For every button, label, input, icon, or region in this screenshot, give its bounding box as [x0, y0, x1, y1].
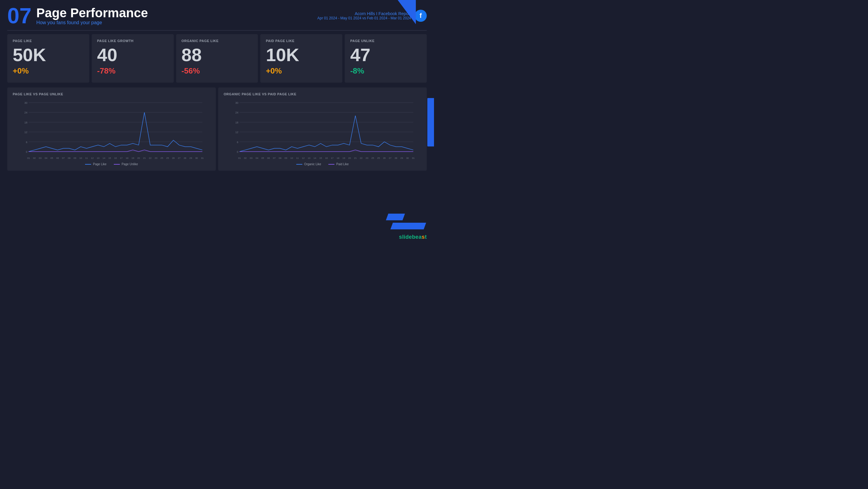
legend-page-like: Page Like	[85, 162, 106, 166]
legend-label-paid: Paid Like	[336, 162, 349, 166]
svg-text:16: 16	[114, 157, 117, 159]
metrics-row: PAGE LIKE 50K +0% PAGE LIKE GROWTH 40 -7…	[0, 34, 434, 83]
svg-text:17: 17	[120, 157, 123, 159]
metric-value-0: 50K	[13, 45, 84, 65]
legend-line-page-like	[85, 164, 91, 164]
svg-text:22: 22	[149, 157, 152, 159]
svg-text:03: 03	[250, 157, 252, 159]
svg-text:08: 08	[279, 157, 281, 159]
metric-label-3: PAID PAGE LIKE	[266, 39, 337, 43]
svg-text:12: 12	[91, 157, 94, 159]
chart-area-1: 0612182430 01020304050607080910111213141…	[13, 99, 210, 160]
svg-text:15: 15	[319, 157, 322, 159]
svg-text:28: 28	[184, 157, 186, 159]
svg-text:07: 07	[273, 157, 276, 159]
svg-text:0: 0	[26, 150, 27, 153]
page-number: 07	[7, 5, 31, 27]
chart-title-2: ORGANIC PAGE LIKE VS PAID PAGE LIKE	[224, 92, 421, 96]
svg-text:16: 16	[325, 157, 328, 159]
svg-text:27: 27	[389, 157, 392, 159]
svg-text:01: 01	[238, 157, 241, 159]
svg-text:14: 14	[314, 157, 316, 159]
svg-text:31: 31	[201, 157, 204, 159]
svg-text:07: 07	[62, 157, 65, 159]
metric-card-4: PAGE UNLIKE 47 -8%	[345, 34, 427, 83]
metric-change-4: -8%	[350, 66, 421, 75]
svg-text:14: 14	[102, 157, 105, 159]
svg-text:21: 21	[354, 157, 357, 159]
legend-line-page-unlike	[114, 164, 120, 164]
legend-page-unlike: Page Unlike	[114, 162, 138, 166]
metric-label-0: PAGE LIKE	[13, 39, 84, 43]
header: 07 Page Performance How you fans found y…	[0, 0, 434, 30]
svg-text:27: 27	[178, 157, 181, 159]
svg-text:6: 6	[237, 141, 238, 144]
metric-change-3: +0%	[266, 66, 337, 75]
legend-organic-like: Organic Like	[296, 162, 321, 166]
date-range: Apr 01 2024 - May 01 2024 vs Feb 01 2024…	[317, 16, 411, 20]
divider	[7, 30, 427, 31]
metric-value-1: 40	[97, 45, 168, 65]
svg-text:06: 06	[56, 157, 59, 159]
metric-change-1: -78%	[97, 66, 168, 75]
header-left: 07 Page Performance How you fans found y…	[7, 5, 148, 27]
chart-page-like-vs-unlike: PAGE LIKE VS PAGE UNLIKE 0612182430 0102…	[7, 87, 216, 171]
svg-text:11: 11	[85, 157, 88, 159]
chart-area-2: 0612182430 01020304050607080910111213141…	[224, 99, 421, 160]
svg-text:18: 18	[337, 157, 339, 159]
legend-label-organic: Organic Like	[304, 162, 321, 166]
svg-text:18: 18	[24, 121, 27, 124]
metric-card-3: PAID PAGE LIKE 10K +0%	[260, 34, 342, 83]
svg-text:29: 29	[400, 157, 403, 159]
svg-text:20: 20	[348, 157, 351, 159]
right-accent-bar	[427, 98, 434, 147]
svg-text:01: 01	[27, 157, 30, 159]
svg-text:26: 26	[172, 157, 175, 159]
svg-text:31: 31	[412, 157, 415, 159]
svg-text:12: 12	[24, 131, 27, 134]
charts-row: PAGE LIKE VS PAGE UNLIKE 0612182430 0102…	[0, 87, 434, 171]
svg-text:17: 17	[331, 157, 334, 159]
metric-card-1: PAGE LIKE GROWTH 40 -78%	[92, 34, 174, 83]
header-info: Acorn Hills I Facebook Report Apr 01 202…	[317, 11, 411, 20]
metric-label-1: PAGE LIKE GROWTH	[97, 39, 168, 43]
chart-legend-1: Page Like Page Unlike	[13, 162, 210, 166]
svg-text:23: 23	[366, 157, 368, 159]
branding: slidebeast	[399, 234, 427, 240]
legend-line-paid	[329, 164, 334, 164]
svg-text:24: 24	[235, 111, 238, 114]
svg-text:10: 10	[290, 157, 293, 159]
page-title: Page Performance	[36, 6, 148, 20]
metric-value-4: 47	[350, 45, 421, 65]
header-title-block: Page Performance How you fans found your…	[36, 6, 148, 25]
svg-text:24: 24	[24, 111, 27, 114]
svg-text:21: 21	[143, 157, 146, 159]
svg-text:04: 04	[44, 157, 47, 159]
svg-text:19: 19	[342, 157, 345, 159]
svg-text:26: 26	[383, 157, 385, 159]
metric-change-2: -56%	[182, 66, 253, 75]
svg-text:06: 06	[267, 157, 270, 159]
metric-label-2: ORGANIC PAGE LIKE	[182, 39, 253, 43]
chart-title-1: PAGE LIKE VS PAGE UNLIKE	[13, 92, 210, 96]
metric-change-0: +0%	[13, 66, 84, 75]
svg-text:30: 30	[235, 101, 238, 104]
svg-text:08: 08	[68, 157, 70, 159]
svg-text:25: 25	[371, 157, 374, 159]
svg-text:02: 02	[33, 157, 36, 159]
metric-card-0: PAGE LIKE 50K +0%	[7, 34, 89, 83]
svg-text:05: 05	[51, 157, 53, 159]
svg-text:13: 13	[97, 157, 100, 159]
legend-label-page-like: Page Like	[93, 162, 106, 166]
svg-text:12: 12	[235, 131, 238, 134]
legend-label-page-unlike: Page Unlike	[122, 162, 138, 166]
svg-text:04: 04	[255, 157, 258, 159]
metric-value-3: 10K	[266, 45, 337, 65]
svg-text:09: 09	[73, 157, 76, 159]
legend-line-organic	[296, 164, 302, 164]
chart-legend-2: Organic Like Paid Like	[224, 162, 421, 166]
svg-text:19: 19	[131, 157, 134, 159]
svg-text:15: 15	[108, 157, 111, 159]
svg-text:30: 30	[406, 157, 409, 159]
svg-text:6: 6	[26, 141, 27, 144]
